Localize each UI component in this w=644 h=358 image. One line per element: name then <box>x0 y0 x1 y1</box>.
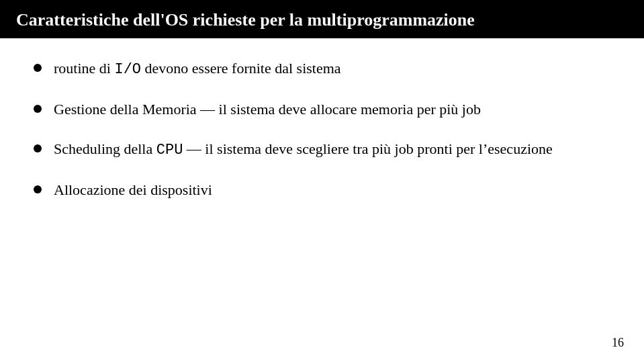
bullet-item-allocation: Allocazione dei dispositivi <box>34 180 610 201</box>
slide-header: Caratteristiche dell'OS richieste per la… <box>0 0 644 38</box>
bullet-dot-memory <box>34 105 42 113</box>
bullet-dot-scheduling <box>34 144 42 152</box>
bullet-text-memory: Gestione della Memoria — il sistema deve… <box>54 99 481 120</box>
slide-title: Caratteristiche dell'OS richieste per la… <box>16 9 628 30</box>
bullet-text-scheduling: Scheduling della CPU — il sistema deve s… <box>54 139 553 161</box>
io-monospace: I/O <box>114 61 141 78</box>
bullet-item-scheduling: Scheduling della CPU — il sistema deve s… <box>34 139 610 161</box>
page-number: 16 <box>612 336 624 350</box>
bullet-text-allocation: Allocazione dei dispositivi <box>54 180 212 201</box>
slide-content: routine di I/O devono essere fornite dal… <box>0 38 644 232</box>
slide-container: Caratteristiche dell'OS richieste per la… <box>0 0 644 358</box>
bullet-item-io: routine di I/O devono essere fornite dal… <box>34 58 610 81</box>
bullet-dot-allocation <box>34 185 42 193</box>
bullet-dot-io <box>34 64 42 72</box>
bullet-item-memory: Gestione della Memoria — il sistema deve… <box>34 99 610 120</box>
cpu-monospace: CPU <box>156 142 183 159</box>
bullet-text-io: routine di I/O devono essere fornite dal… <box>54 58 341 81</box>
